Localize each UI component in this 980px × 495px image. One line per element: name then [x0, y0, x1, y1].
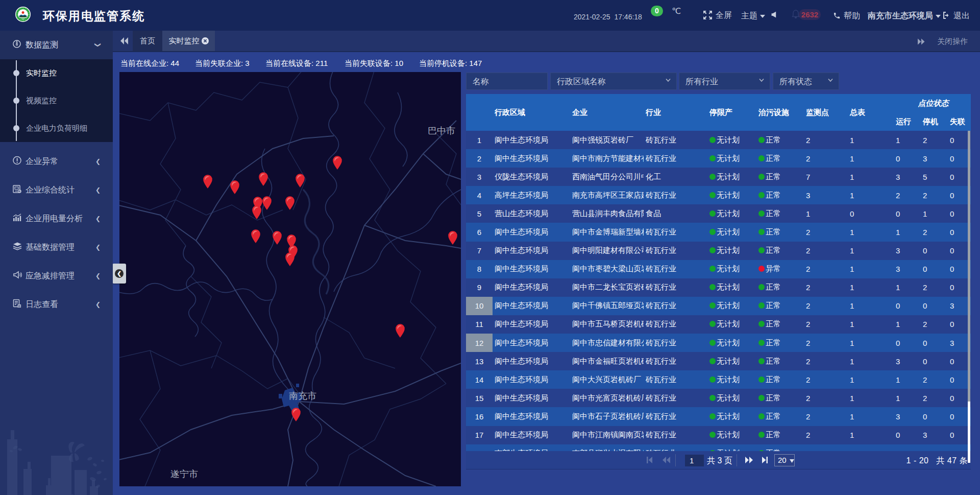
svg-text:南充市: 南充市 [289, 391, 316, 401]
svg-text:巴中市: 巴中市 [428, 126, 455, 136]
svg-text:遂宁市: 遂宁市 [170, 469, 198, 479]
